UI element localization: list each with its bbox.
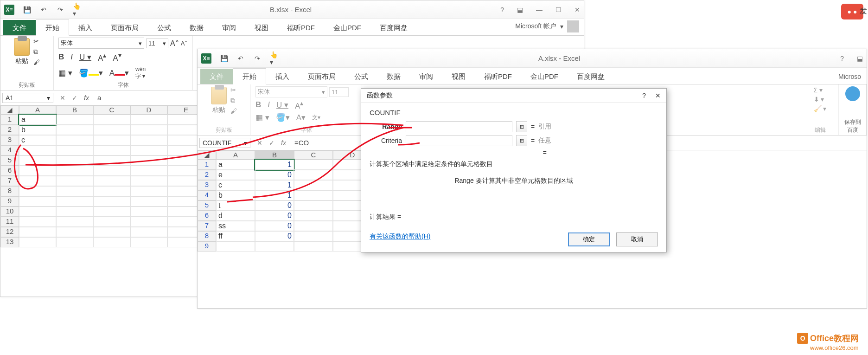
cell[interactable]: c xyxy=(216,180,255,190)
cell[interactable] xyxy=(19,196,56,207)
save-icon[interactable]: 💾 xyxy=(220,54,228,63)
cut-icon[interactable]: ✂ xyxy=(33,38,40,45)
cell[interactable] xyxy=(19,166,56,176)
save-icon[interactable]: 💾 xyxy=(23,6,31,14)
cell[interactable]: b xyxy=(216,190,255,200)
cell[interactable] xyxy=(255,241,294,252)
name-box[interactable]: COUNTIF▾ xyxy=(199,138,250,148)
paste-label[interactable]: 粘贴 xyxy=(15,57,28,65)
range-input[interactable] xyxy=(406,121,512,132)
row-header[interactable]: 1 xyxy=(0,115,19,125)
cell[interactable] xyxy=(93,155,130,166)
cell[interactable] xyxy=(130,135,167,145)
tab-foxit[interactable]: 福昕PDF xyxy=(475,69,521,84)
redo-icon[interactable]: ↷ xyxy=(253,54,262,63)
cell[interactable] xyxy=(56,166,93,176)
row-header[interactable]: 1 xyxy=(198,160,216,170)
cell[interactable] xyxy=(130,176,167,186)
ribbon-options-icon[interactable]: ⬓ xyxy=(857,55,863,62)
cell[interactable] xyxy=(130,155,167,166)
undo-icon[interactable]: ↶ xyxy=(236,54,245,63)
cell[interactable] xyxy=(19,155,56,166)
cell[interactable] xyxy=(93,115,130,125)
select-all[interactable]: ◢ xyxy=(198,150,216,160)
row-header[interactable]: 3 xyxy=(0,135,19,145)
row-header[interactable]: 3 xyxy=(198,180,216,190)
tab-file[interactable]: 文件 xyxy=(3,20,36,35)
cell[interactable]: 1 xyxy=(255,160,294,170)
cell[interactable]: t xyxy=(216,200,255,211)
cell[interactable] xyxy=(56,186,93,196)
cell[interactable] xyxy=(93,166,130,176)
cell[interactable] xyxy=(19,186,56,196)
criteria-collapse-icon[interactable]: ⊞ xyxy=(516,135,527,146)
tab-file[interactable]: 文件 xyxy=(200,69,233,84)
cell[interactable] xyxy=(130,145,167,155)
tab-data[interactable]: 数据 xyxy=(377,69,410,84)
cell[interactable] xyxy=(19,227,56,237)
font-color-button[interactable]: A▾ xyxy=(109,68,129,78)
ribbon-options-icon[interactable]: ⬓ xyxy=(517,6,523,13)
cell[interactable] xyxy=(56,196,93,207)
cell[interactable] xyxy=(294,231,333,241)
cell[interactable]: 0 xyxy=(255,200,294,211)
bold-button[interactable]: B xyxy=(58,52,64,62)
col-header[interactable]: A xyxy=(19,105,56,115)
fx-icon[interactable]: fx xyxy=(84,94,89,102)
tab-home[interactable]: 开始 xyxy=(36,19,69,36)
tab-baidu[interactable]: 百度网盘 xyxy=(568,69,614,84)
row-header[interactable]: 5 xyxy=(0,155,19,166)
row-header[interactable]: 9 xyxy=(0,196,19,207)
cell[interactable]: d xyxy=(216,211,255,221)
range-collapse-icon[interactable]: ⊞ xyxy=(516,121,527,132)
cell[interactable] xyxy=(130,227,167,237)
criteria-input[interactable] xyxy=(406,135,512,146)
tab-review[interactable]: 审阅 xyxy=(410,69,442,84)
cell[interactable] xyxy=(56,135,93,145)
cell[interactable] xyxy=(93,186,130,196)
cell[interactable] xyxy=(93,176,130,186)
undo-icon[interactable]: ↶ xyxy=(39,6,48,14)
col-header[interactable]: A xyxy=(216,150,255,160)
cell[interactable] xyxy=(93,125,130,135)
help-icon[interactable]: ? xyxy=(840,55,844,62)
paste-icon[interactable] xyxy=(14,38,30,56)
cell[interactable] xyxy=(93,217,130,227)
enter-formula-icon[interactable]: ✓ xyxy=(269,139,274,147)
cell[interactable]: e xyxy=(216,170,255,180)
cell[interactable]: a xyxy=(19,115,56,125)
cell[interactable]: c xyxy=(19,135,56,145)
font-name-combo[interactable]: 宋体▾ xyxy=(58,38,144,49)
enter-formula-icon[interactable]: ✓ xyxy=(72,94,77,102)
cell[interactable]: 0 xyxy=(255,221,294,231)
row-header[interactable]: 12 xyxy=(0,227,19,237)
cell[interactable] xyxy=(56,115,93,125)
cell[interactable] xyxy=(56,207,93,217)
cell[interactable] xyxy=(130,166,167,176)
close-icon[interactable]: ✕ xyxy=(574,6,580,13)
tab-home[interactable]: 开始 xyxy=(233,68,266,84)
cancel-button[interactable]: 取消 xyxy=(616,232,658,246)
row-header[interactable]: 13 xyxy=(0,237,19,247)
cell[interactable] xyxy=(294,180,333,190)
tab-insert[interactable]: 插入 xyxy=(69,20,102,35)
minimize-icon[interactable]: — xyxy=(536,6,542,13)
tab-jinshan[interactable]: 金山PDF xyxy=(324,20,370,35)
tab-foxit[interactable]: 福昕PDF xyxy=(278,20,324,35)
row-header[interactable]: 8 xyxy=(198,231,216,241)
cell[interactable] xyxy=(294,170,333,180)
row-header[interactable]: 6 xyxy=(0,166,19,176)
select-all[interactable]: ◢ xyxy=(0,105,19,115)
row-header[interactable]: 2 xyxy=(198,170,216,180)
row-header[interactable]: 7 xyxy=(198,221,216,231)
cell[interactable] xyxy=(130,237,167,247)
tab-formula[interactable]: 公式 xyxy=(345,69,377,84)
grow-font-icon[interactable]: A˄ xyxy=(170,39,179,48)
cell[interactable] xyxy=(56,176,93,186)
font-inc-icon[interactable]: A▴ xyxy=(98,52,106,63)
cell[interactable] xyxy=(93,145,130,155)
cell[interactable] xyxy=(130,217,167,227)
tab-view[interactable]: 视图 xyxy=(245,20,278,35)
ok-button[interactable]: 确定 xyxy=(568,232,610,246)
cell[interactable] xyxy=(294,190,333,200)
